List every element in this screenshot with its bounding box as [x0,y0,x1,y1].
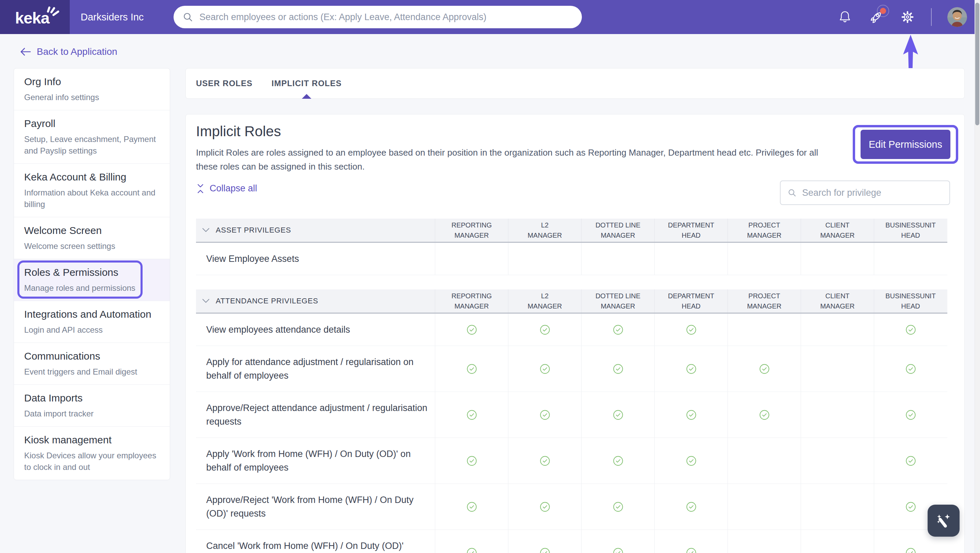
permission-granted-cell [581,314,654,346]
permission-granted-cell [581,484,654,529]
chevron-down-icon [202,299,210,303]
magic-wand-button[interactable] [928,505,959,537]
sidebar-item-subtitle: Login and API access [24,324,159,336]
sidebar-item-integrations-and-automation[interactable]: Integrations and AutomationLogin and API… [14,301,170,343]
check-icon [613,548,624,553]
check-icon [613,410,624,420]
check-icon [905,364,916,374]
check-icon [613,325,624,335]
column-header-reporting-manager: REPORTING MANAGER [435,218,508,242]
page-scrollbar[interactable] [975,0,980,553]
permission-granted-cell [581,392,654,438]
tab-implicit-roles[interactable]: IMPLICIT ROLES [272,68,342,99]
sidebar-item-subtitle: Manage roles and permissions [24,282,159,294]
privilege-row: Approve/Reject attendance adjustment / r… [196,392,947,438]
privilege-tables: ASSET PRIVILEGESREPORTING MANAGERL2 MANA… [196,218,947,553]
check-icon [540,456,550,466]
permission-granted-cell [654,530,727,553]
privilege-row: Apply for attendance adjustment / regula… [196,346,947,392]
privilege-section-asset-privileges: ASSET PRIVILEGESREPORTING MANAGERL2 MANA… [196,218,947,275]
privilege-label-text: Cancel 'Work from Home (WFH) / On Duty (… [206,539,428,553]
check-icon [686,548,697,553]
column-header-department-head: DEPARTMENT HEAD [654,218,727,242]
collapse-all-link[interactable]: Collapse all [196,183,257,194]
sidebar-item-title: Keka Account & Billing [24,171,159,183]
column-header-dotted-line-manager: DOTTED LINE MANAGER [581,218,654,242]
check-icon [466,325,477,335]
column-header-l2-manager: L2 MANAGER [508,218,581,242]
privilege-row: Cancel 'Work from Home (WFH) / On Duty (… [196,530,947,553]
global-search-input[interactable] [199,12,573,22]
sidebar-item-payroll[interactable]: PayrollSetup, Leave encashment, Payment … [14,110,170,164]
privilege-label: Approve/Reject 'Work from Home (WFH) / O… [196,484,435,529]
sidebar-item-title: Integrations and Automation [24,308,159,321]
section-name: ATTENDANCE PRIVILEGES [196,289,435,312]
tab-user-roles[interactable]: USER ROLES [196,68,253,99]
page-title: Implicit Roles [196,123,281,140]
permission-granted-cell [874,438,947,483]
check-icon [905,410,916,420]
section-header-attendance-privileges[interactable]: ATTENDANCE PRIVILEGESREPORTING MANAGERL2… [196,289,947,314]
privilege-label: Cancel 'Work from Home (WFH) / On Duty (… [196,530,435,553]
sidebar-item-subtitle: Setup, Leave encashment, Payment and Pay… [24,134,159,157]
privilege-label-text: Approve/Reject attendance adjustment / r… [206,401,428,429]
gear-icon[interactable] [900,9,915,25]
privilege-section-attendance-privileges: ATTENDANCE PRIVILEGESREPORTING MANAGERL2… [196,289,947,553]
rocket-icon[interactable] [869,9,884,25]
permission-granted-cell [508,314,581,346]
user-avatar[interactable] [947,7,967,27]
check-icon [540,502,550,512]
check-icon [905,456,916,466]
sidebar-item-data-imports[interactable]: Data ImportsData import tracker [14,385,170,427]
column-header-l2-manager: L2 MANAGER [508,289,581,312]
section-name: ASSET PRIVILEGES [196,218,435,242]
privilege-search[interactable] [780,180,950,205]
privilege-row: Apply 'Work from Home (WFH) / On Duty (O… [196,438,947,484]
privilege-row: View employees attendance details [196,314,947,346]
permission-granted-cell [508,484,581,529]
keka-logo[interactable]: keka [0,0,70,34]
section-title: ATTENDANCE PRIVILEGES [216,296,318,306]
sidebar-item-subtitle: Information about Keka account and billi… [24,187,159,210]
privilege-row: Approve/Reject 'Work from Home (WFH) / O… [196,484,947,530]
permission-granted-cell [508,392,581,438]
notifications-bell-icon[interactable] [837,9,853,25]
global-search[interactable] [173,6,582,28]
permission-granted-cell [874,314,947,346]
notification-dot [880,8,886,14]
permission-granted-cell [654,314,727,346]
logo-burst-icon [45,6,60,20]
privilege-label: Apply 'Work from Home (WFH) / On Duty (O… [196,438,435,483]
check-icon [613,364,624,374]
section-header-asset-privileges[interactable]: ASSET PRIVILEGESREPORTING MANAGERL2 MANA… [196,218,947,243]
privilege-label-text: View employees attendance details [206,323,350,336]
privilege-label-text: View Employee Assets [206,252,299,266]
column-header-dotted-line-manager: DOTTED LINE MANAGER [581,289,654,312]
sidebar-item-keka-account-billing[interactable]: Keka Account & BillingInformation about … [14,164,170,217]
permission-granted-cell [435,438,508,483]
permission-granted-cell [654,438,727,483]
permission-empty-cell [727,484,801,529]
sidebar-item-communications[interactable]: CommunicationsEvent triggers and Email d… [14,343,170,385]
edit-permissions-button[interactable]: Edit Permissions [861,130,950,159]
privilege-search-input[interactable] [802,188,943,198]
back-to-application-link[interactable]: Back to Application [20,46,118,57]
check-icon [466,456,477,466]
privilege-search-icon [788,188,797,198]
sidebar-item-title: Payroll [24,117,159,130]
permission-empty-cell [801,530,874,553]
permission-empty-cell [874,243,947,275]
permission-granted-cell [435,392,508,438]
check-icon [905,548,916,553]
permission-granted-cell [654,484,727,529]
permission-empty-cell [727,530,801,553]
scrollbar-thumb[interactable] [975,3,979,125]
top-navbar: keka Darksiders Inc [0,0,980,34]
settings-sidebar: Org InfoGeneral info settingsPayrollSetu… [14,68,170,480]
back-arrow-icon [20,47,31,57]
sidebar-item-welcome-screen[interactable]: Welcome ScreenWelcome screen settings [14,217,170,259]
sidebar-item-org-info[interactable]: Org InfoGeneral info settings [14,69,170,110]
sidebar-item-kiosk-management[interactable]: Kiosk managementKiosk Devices allow your… [14,427,170,480]
privilege-label: Apply for attendance adjustment / regula… [196,346,435,392]
sidebar-item-roles-permissions[interactable]: Roles & PermissionsManage roles and perm… [14,259,170,301]
